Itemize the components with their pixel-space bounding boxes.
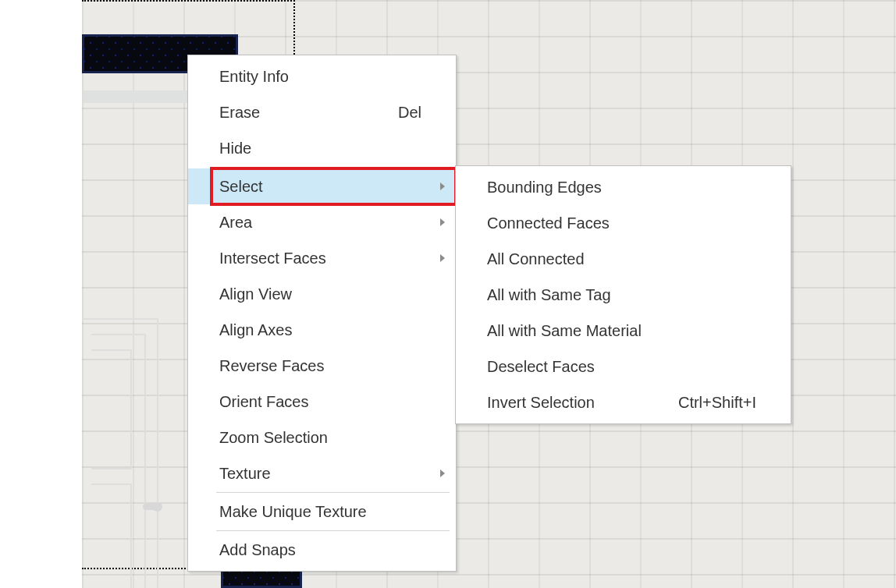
submenu-item-deselect-faces[interactable]: Deselect Faces bbox=[456, 349, 791, 384]
menu-item-label: All with Same Material bbox=[487, 322, 756, 340]
menu-item-label: Align Axes bbox=[219, 321, 421, 339]
menu-item-shortcut: Ctrl+Shift+I bbox=[663, 394, 756, 412]
menu-item-label: Add Snaps bbox=[219, 541, 421, 559]
menu-item-label: Bounding Edges bbox=[487, 179, 756, 197]
submenu-item-all-with-same-tag[interactable]: All with Same Tag bbox=[456, 277, 791, 313]
menu-item-label: Connected Faces bbox=[487, 214, 756, 232]
menu-item-texture[interactable]: Texture bbox=[188, 455, 456, 491]
menu-item-label: Deselect Faces bbox=[487, 358, 756, 376]
menu-item-label: Intersect Faces bbox=[219, 250, 421, 267]
menu-item-make-unique-texture[interactable]: Make Unique Texture bbox=[188, 494, 456, 530]
menu-item-area[interactable]: Area bbox=[188, 204, 456, 240]
menu-item-label: Entity Info bbox=[219, 68, 421, 86]
menu-item-label: Area bbox=[219, 214, 421, 232]
submenu-arrow-icon bbox=[440, 254, 445, 262]
submenu-arrow-icon bbox=[440, 182, 445, 190]
menu-item-shortcut: Del bbox=[382, 104, 421, 122]
menu-item-label: Zoom Selection bbox=[219, 429, 421, 447]
menu-separator bbox=[216, 530, 450, 531]
door-handle bbox=[143, 504, 160, 510]
menu-item-label: Select bbox=[219, 178, 421, 196]
door-outline bbox=[84, 318, 158, 588]
menu-item-align-view[interactable]: Align View bbox=[188, 276, 456, 312]
menu-separator bbox=[216, 167, 450, 168]
submenu-item-connected-faces[interactable]: Connected Faces bbox=[456, 205, 791, 241]
door-panel-lower bbox=[91, 484, 132, 588]
context-menu[interactable]: Entity Info Erase Del Hide Select Area I… bbox=[187, 55, 457, 572]
menu-item-label: Invert Selection bbox=[487, 394, 663, 412]
menu-item-add-snaps[interactable]: Add Snaps bbox=[188, 532, 456, 568]
submenu-item-bounding-edges[interactable]: Bounding Edges bbox=[456, 169, 791, 205]
door-inner-frame bbox=[91, 334, 146, 588]
menu-item-entity-info[interactable]: Entity Info bbox=[188, 58, 456, 94]
menu-item-label: Align View bbox=[219, 285, 421, 303]
submenu-item-all-connected[interactable]: All Connected bbox=[456, 241, 791, 277]
submenu-arrow-icon bbox=[440, 469, 445, 477]
menu-item-orient-faces[interactable]: Orient Faces bbox=[188, 384, 456, 420]
submenu-item-all-with-same-material[interactable]: All with Same Material bbox=[456, 313, 791, 349]
select-submenu[interactable]: Bounding Edges Connected Faces All Conne… bbox=[455, 165, 791, 424]
menu-item-reverse-faces[interactable]: Reverse Faces bbox=[188, 348, 456, 384]
menu-item-label: Hide bbox=[219, 140, 421, 158]
menu-item-erase[interactable]: Erase Del bbox=[188, 94, 456, 130]
menu-item-label: Make Unique Texture bbox=[219, 503, 421, 521]
menu-item-label: Erase bbox=[219, 104, 382, 122]
menu-item-align-axes[interactable]: Align Axes bbox=[188, 312, 456, 348]
menu-item-label: All Connected bbox=[487, 250, 756, 268]
menu-item-label: Orient Faces bbox=[219, 393, 421, 411]
menu-item-hide[interactable]: Hide bbox=[188, 130, 456, 166]
menu-item-label: All with Same Tag bbox=[487, 286, 756, 304]
menu-item-zoom-selection[interactable]: Zoom Selection bbox=[188, 420, 456, 455]
submenu-arrow-icon bbox=[440, 218, 445, 226]
menu-item-intersect-faces[interactable]: Intersect Faces bbox=[188, 240, 456, 276]
menu-item-label: Reverse Faces bbox=[219, 357, 421, 375]
submenu-item-invert-selection[interactable]: Invert Selection Ctrl+Shift+I bbox=[456, 384, 791, 420]
menu-separator bbox=[216, 492, 450, 493]
menu-item-select[interactable]: Select bbox=[188, 168, 456, 204]
door-panel-upper bbox=[91, 349, 132, 469]
menu-item-label: Texture bbox=[219, 465, 421, 483]
